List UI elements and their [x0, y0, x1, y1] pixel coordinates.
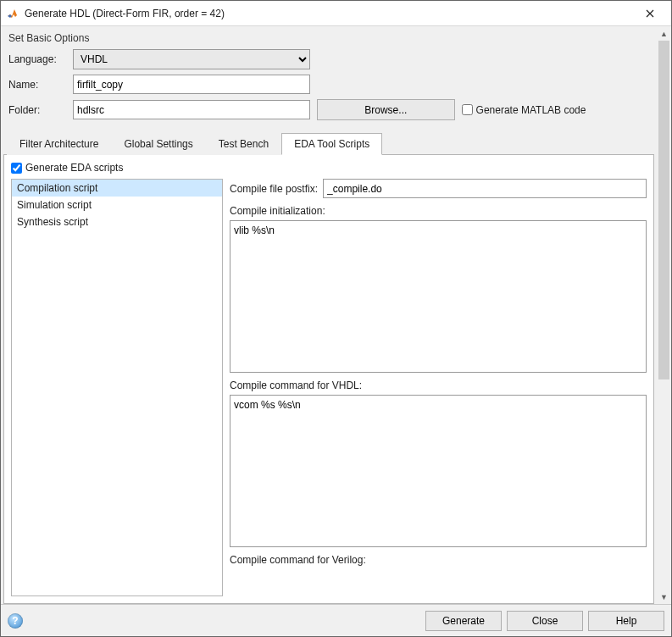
name-label: Name:: [8, 79, 66, 91]
generate-matlab-wrap: Generate MATLAB code: [462, 104, 649, 116]
generate-matlab-label: Generate MATLAB code: [476, 104, 586, 116]
generate-eda-checkbox[interactable]: [11, 163, 22, 174]
window-title: Generate HDL (Direct-Form FIR, order = 4…: [25, 8, 634, 19]
help-button[interactable]: Help: [588, 611, 664, 631]
language-select[interactable]: VHDL: [73, 49, 310, 69]
compile-vhdl-label: Compile command for VHDL:: [230, 379, 647, 391]
scroll-track[interactable]: [658, 41, 670, 590]
tab-eda-tool-scripts[interactable]: EDA Tool Scripts: [281, 133, 382, 155]
generate-matlab-checkbox[interactable]: [462, 104, 473, 115]
compile-vhdl-textarea[interactable]: vcom %s %s\n: [230, 395, 647, 547]
matlab-icon: [6, 7, 19, 20]
language-label: Language:: [8, 53, 66, 65]
compile-postfix-field[interactable]: [323, 179, 647, 198]
compile-init-textarea[interactable]: vlib %s\n: [230, 220, 647, 373]
scroll-down-arrow[interactable]: ▼: [658, 590, 670, 604]
compile-postfix-label: Compile file postfix:: [230, 183, 318, 195]
eda-tab-body: Generate EDA scripts Compilation script …: [3, 155, 654, 604]
close-icon[interactable]: [634, 2, 666, 25]
list-item-synthesis[interactable]: Synthesis script: [12, 213, 222, 230]
generate-eda-wrap: Generate EDA scripts: [11, 160, 647, 179]
help-icon[interactable]: ?: [8, 613, 23, 629]
generate-button[interactable]: Generate: [425, 611, 502, 631]
folder-label: Folder:: [8, 104, 66, 116]
list-item-compilation[interactable]: Compilation script: [12, 180, 222, 197]
bottom-bar: ? Generate Close Help: [1, 604, 671, 636]
list-item-simulation[interactable]: Simulation script: [12, 197, 222, 213]
scroll-thumb[interactable]: [658, 41, 669, 379]
name-field[interactable]: [73, 75, 310, 94]
tab-test-bench[interactable]: Test Bench: [206, 133, 281, 155]
title-bar: Generate HDL (Direct-Form FIR, order = 4…: [1, 1, 671, 26]
folder-field[interactable]: [73, 100, 310, 119]
compile-verilog-label: Compile command for Verilog:: [230, 554, 647, 566]
basic-options-grid: Language: VHDL Name: Folder: Browse... G…: [3, 46, 654, 130]
tab-global-settings[interactable]: Global Settings: [111, 133, 205, 155]
vertical-scrollbar[interactable]: ▲ ▼: [657, 26, 671, 604]
eda-script-list[interactable]: Compilation script Simulation script Syn…: [11, 179, 223, 596]
browse-button[interactable]: Browse...: [317, 99, 455, 120]
tab-bar: Filter Architecture Global Settings Test…: [3, 132, 654, 155]
scroll-up-arrow[interactable]: ▲: [658, 26, 670, 41]
compile-init-label: Compile initialization:: [230, 205, 647, 217]
basic-options-title: Set Basic Options: [3, 29, 654, 46]
close-button[interactable]: Close: [507, 611, 583, 631]
content-area: Set Basic Options Language: VHDL Name: F…: [1, 26, 671, 604]
tab-filter-architecture[interactable]: Filter Architecture: [7, 133, 111, 155]
generate-eda-label: Generate EDA scripts: [25, 162, 123, 174]
